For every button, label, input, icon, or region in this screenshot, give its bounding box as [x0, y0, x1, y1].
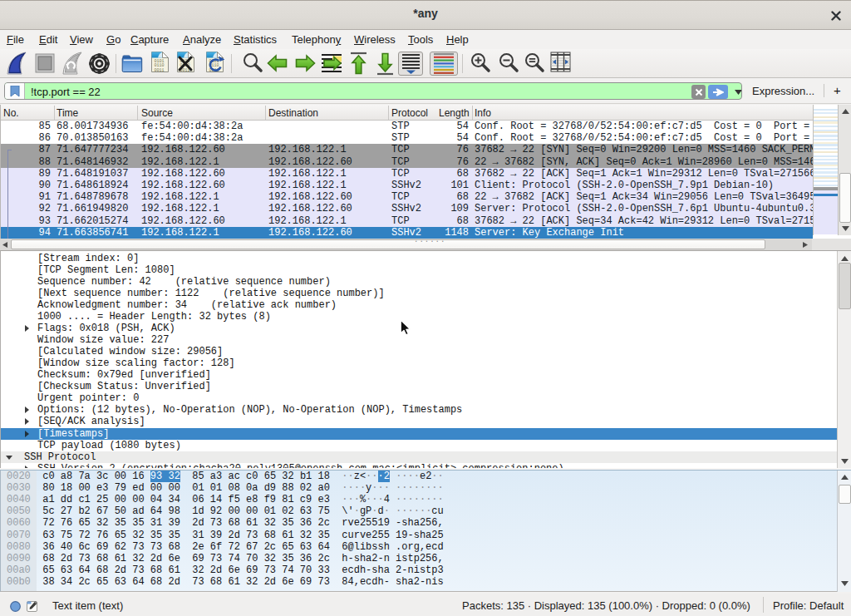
svg-text:0011: 0011	[155, 68, 165, 73]
